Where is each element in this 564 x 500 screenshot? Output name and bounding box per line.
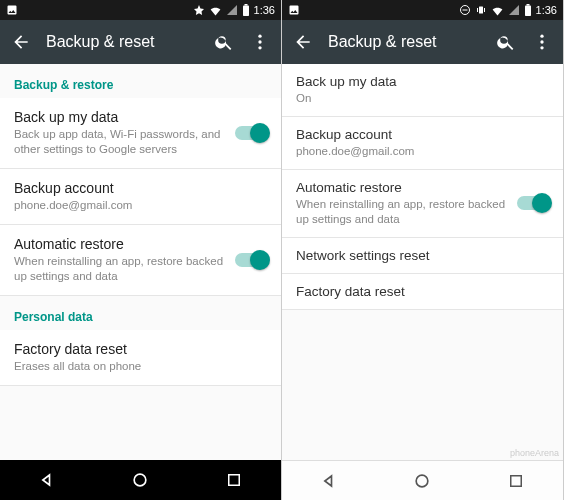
row-factory-reset[interactable]: Factory data reset (282, 274, 563, 310)
status-bar: 1:36 (0, 0, 281, 20)
search-button[interactable] (495, 31, 517, 53)
section-header-personal: Personal data (0, 296, 281, 330)
row-subtitle: phone.doe@gmail.com (14, 198, 267, 213)
wifi-icon (209, 4, 222, 17)
row-backup-account[interactable]: Backup account phone.doe@gmail.com (282, 117, 563, 170)
back-button[interactable] (10, 31, 32, 53)
svg-rect-10 (477, 8, 478, 12)
page-title: Backup & reset (46, 33, 199, 51)
row-automatic-restore[interactable]: Automatic restore When reinstalling an a… (282, 170, 563, 238)
row-subtitle: Back up app data, Wi-Fi passwords, and o… (14, 127, 225, 157)
row-automatic-restore[interactable]: Automatic restore When reinstalling an a… (0, 225, 281, 296)
row-backup-my-data[interactable]: Back up my data On (282, 64, 563, 117)
row-title: Back up my data (14, 109, 225, 125)
overflow-button[interactable] (249, 31, 271, 53)
nav-recent-button[interactable] (496, 461, 536, 501)
svg-point-16 (540, 46, 543, 49)
row-title: Factory data reset (14, 341, 267, 357)
search-button[interactable] (213, 31, 235, 53)
row-network-reset[interactable]: Network settings reset (282, 238, 563, 274)
signal-icon (508, 4, 520, 16)
svg-point-3 (258, 40, 261, 43)
star-icon (193, 4, 205, 16)
settings-list: Back up my data On Backup account phone.… (282, 64, 563, 460)
dnd-icon (459, 4, 471, 16)
svg-rect-6 (229, 475, 240, 486)
row-subtitle: When reinstalling an app, restore backed… (296, 197, 507, 227)
image-icon (6, 4, 18, 16)
nav-back-button[interactable] (27, 460, 67, 500)
signal-icon (226, 4, 238, 16)
settings-list: Backup & restore Back up my data Back up… (0, 64, 281, 460)
watermark: phoneArena (510, 448, 559, 458)
svg-point-14 (540, 35, 543, 38)
image-icon (288, 4, 300, 16)
navigation-bar (282, 460, 563, 500)
toggle-automatic-restore[interactable] (517, 196, 549, 210)
nav-recent-button[interactable] (214, 460, 254, 500)
row-title: Backup account (14, 180, 267, 196)
svg-point-4 (258, 46, 261, 49)
row-subtitle: When reinstalling an app, restore backed… (14, 254, 225, 284)
battery-icon (242, 4, 250, 16)
svg-rect-1 (244, 4, 247, 6)
row-backup-my-data[interactable]: Back up my data Back up app data, Wi-Fi … (0, 98, 281, 169)
svg-rect-18 (511, 475, 522, 486)
status-bar: 1:36 (282, 0, 563, 20)
row-title: Network settings reset (296, 248, 549, 263)
back-button[interactable] (292, 31, 314, 53)
clock-text: 1:36 (536, 4, 557, 16)
row-factory-reset[interactable]: Factory data reset Erases all data on ph… (0, 330, 281, 386)
row-subtitle: phone.doe@gmail.com (296, 144, 549, 159)
svg-rect-9 (479, 7, 483, 14)
nav-home-button[interactable] (402, 461, 442, 501)
row-title: Automatic restore (14, 236, 225, 252)
svg-point-17 (417, 475, 429, 487)
toggle-backup-data[interactable] (235, 126, 267, 140)
overflow-button[interactable] (531, 31, 553, 53)
clock-text: 1:36 (254, 4, 275, 16)
row-title: Factory data reset (296, 284, 549, 299)
svg-rect-8 (462, 10, 467, 11)
app-bar: Backup & reset (0, 20, 281, 64)
wifi-icon (491, 4, 504, 17)
row-title: Backup account (296, 127, 549, 142)
row-title: Automatic restore (296, 180, 507, 195)
app-bar: Backup & reset (282, 20, 563, 64)
svg-rect-13 (526, 4, 529, 6)
section-header-backup: Backup & restore (0, 64, 281, 98)
svg-rect-12 (525, 6, 531, 17)
vibrate-icon (475, 4, 487, 16)
nav-home-button[interactable] (120, 460, 160, 500)
svg-rect-11 (484, 8, 485, 12)
row-title: Back up my data (296, 74, 549, 89)
toggle-automatic-restore[interactable] (235, 253, 267, 267)
navigation-bar (0, 460, 281, 500)
battery-icon (524, 4, 532, 16)
svg-point-5 (135, 474, 147, 486)
row-subtitle: On (296, 91, 549, 106)
svg-point-15 (540, 40, 543, 43)
svg-point-2 (258, 35, 261, 38)
phone-left: 1:36 Backup & reset Backup & restore Bac… (0, 0, 282, 500)
page-title: Backup & reset (328, 33, 481, 51)
nav-back-button[interactable] (309, 461, 349, 501)
svg-rect-0 (243, 6, 249, 17)
row-subtitle: Erases all data on phone (14, 359, 267, 374)
row-backup-account[interactable]: Backup account phone.doe@gmail.com (0, 169, 281, 225)
phone-right: 1:36 Backup & reset Back up my data On B… (282, 0, 564, 500)
